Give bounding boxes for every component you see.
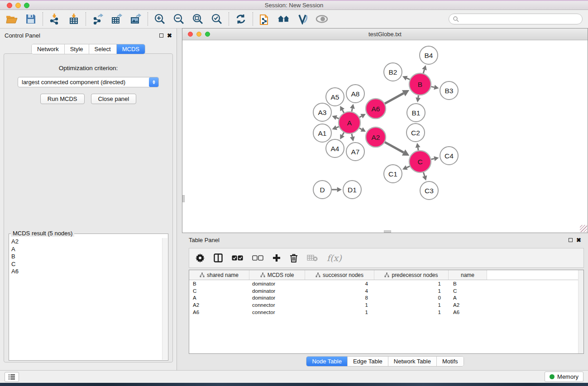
graph-edge-A-A8[interactable]: [352, 109, 352, 112]
graph-edge-A6-B[interactable]: [385, 93, 404, 104]
delete-icon[interactable]: [290, 253, 298, 262]
tab-network[interactable]: Network: [32, 44, 65, 54]
import-network-icon[interactable]: [48, 13, 61, 25]
task-history-button[interactable]: [5, 372, 19, 382]
graph-node-C4[interactable]: C4: [440, 147, 458, 165]
zoom-selected-icon[interactable]: [210, 13, 223, 25]
table-cell[interactable]: 1: [374, 281, 449, 286]
deselect-checkboxes-icon[interactable]: [252, 255, 263, 261]
graph-edge-C-C4[interactable]: [431, 159, 434, 159]
export-network-icon[interactable]: [91, 13, 104, 25]
table-cell[interactable]: dominator: [249, 288, 305, 294]
float-table-panel-icon[interactable]: [569, 238, 573, 242]
graph-edge-B-B1[interactable]: [418, 95, 419, 98]
graph-node-B3[interactable]: B3: [440, 81, 458, 100]
criterion-dropdown[interactable]: largest connected component (directed): [18, 77, 159, 87]
tab-style[interactable]: Style: [65, 44, 89, 54]
graph-node-D[interactable]: D: [313, 181, 331, 199]
export-image-icon[interactable]: [129, 13, 142, 25]
add-column-icon[interactable]: [272, 254, 281, 262]
graph-edge-A-A6[interactable]: [359, 116, 362, 118]
column-header-predecessor-nodes[interactable]: predecessor nodes: [374, 270, 449, 280]
graph-edge-A2-C[interactable]: [385, 142, 404, 152]
table-cell[interactable]: A6: [189, 310, 249, 315]
close-network-button[interactable]: [188, 32, 193, 37]
graph-edge-C-C3[interactable]: [423, 172, 425, 176]
mcds-result-item[interactable]: A2: [10, 238, 162, 246]
graph-node-C2[interactable]: C2: [406, 124, 425, 142]
table-cell[interactable]: 4: [305, 288, 374, 294]
table-row[interactable]: Adominator80A: [189, 295, 583, 302]
table-cell[interactable]: connector: [249, 302, 305, 308]
graph-node-A7[interactable]: A7: [346, 143, 364, 161]
minimize-network-button[interactable]: [196, 32, 201, 37]
export-table-icon[interactable]: [110, 13, 123, 25]
gear-icon[interactable]: [196, 253, 205, 262]
table-cell[interactable]: A: [189, 295, 249, 300]
split-pane-icon[interactable]: [214, 253, 223, 262]
graph-node-C3[interactable]: C3: [420, 181, 438, 200]
zoom-window-button[interactable]: [24, 3, 29, 8]
table-cell[interactable]: A: [449, 295, 487, 300]
home-icon[interactable]: [277, 13, 290, 25]
select-all-checkboxes-icon[interactable]: [232, 255, 243, 261]
table-scrollbar[interactable]: [578, 270, 583, 353]
table-cell[interactable]: 4: [305, 281, 374, 286]
table-row[interactable]: Cdominator41C: [189, 287, 583, 295]
graph-edge-B-B2[interactable]: [406, 78, 410, 80]
graph-node-A8[interactable]: A8: [346, 85, 364, 103]
graph-node-A5[interactable]: A5: [326, 88, 344, 106]
zoom-in-icon[interactable]: [153, 13, 166, 25]
function-builder-icon[interactable]: f(x): [327, 253, 342, 263]
network-canvas[interactable]: B4B2BB3B1A5A8A6A3AA1A2C2A4A7C4CC1C3DD1: [183, 41, 587, 230]
table-row[interactable]: Bdominator41B: [189, 280, 583, 287]
graph-node-B[interactable]: B: [409, 73, 431, 95]
graph-edge-A-A2[interactable]: [359, 128, 362, 129]
table-cell[interactable]: connector: [249, 310, 305, 315]
network-window-titlebar[interactable]: testGlobe.txt: [182, 29, 588, 40]
mcds-result-list[interactable]: A2ABCA6: [10, 238, 162, 360]
graph-node-B2[interactable]: B2: [384, 63, 402, 81]
table-cell[interactable]: A6: [449, 310, 487, 315]
mcds-result-item[interactable]: A: [10, 246, 162, 253]
graph-node-A3[interactable]: A3: [313, 103, 331, 121]
table-cell[interactable]: C: [189, 288, 249, 294]
table-cell[interactable]: C: [449, 288, 487, 294]
search-input[interactable]: [459, 16, 578, 22]
table-cell[interactable]: 1: [305, 302, 374, 308]
float-panel-icon[interactable]: [159, 33, 163, 38]
column-header-successor-nodes[interactable]: successor nodes: [305, 270, 374, 280]
left-splitter-handle[interactable]: [182, 195, 185, 202]
save-session-icon[interactable]: [24, 13, 37, 25]
close-window-button[interactable]: [7, 3, 12, 8]
graph-node-C1[interactable]: C1: [384, 165, 402, 183]
graph-edge-A-A3[interactable]: [336, 118, 339, 119]
table-cell[interactable]: B: [189, 281, 249, 286]
window-resize-grip[interactable]: [580, 225, 587, 232]
mcds-list-scrollbar[interactable]: [162, 238, 167, 360]
graph-node-A6[interactable]: A6: [366, 99, 386, 119]
minimize-window-button[interactable]: [15, 3, 21, 8]
import-table-icon[interactable]: [67, 13, 80, 25]
table-cell[interactable]: B: [449, 281, 487, 286]
column-header-shared-name[interactable]: shared name: [189, 270, 249, 280]
run-mcds-button[interactable]: Run MCDS: [40, 94, 85, 104]
node-table[interactable]: shared nameMCDS rolesuccessor nodesprede…: [189, 270, 584, 354]
graph-edge-B-B4[interactable]: [423, 70, 424, 73]
tab-motifs[interactable]: Motifs: [437, 357, 464, 366]
table-cell[interactable]: A2: [449, 302, 487, 308]
graph-edge-C-C2[interactable]: [418, 148, 418, 150]
table-row[interactable]: A6connector11A6: [189, 309, 583, 316]
graph-node-B4[interactable]: B4: [420, 46, 438, 64]
table-cell[interactable]: 8: [305, 295, 374, 300]
table-cell[interactable]: 1: [374, 310, 449, 315]
eye-icon[interactable]: [316, 13, 328, 25]
graph-edge-A-A7[interactable]: [352, 133, 352, 137]
close-panel-button[interactable]: Close panel: [91, 94, 137, 104]
graph-edge-A-A5[interactable]: [342, 110, 344, 113]
mcds-result-item[interactable]: C: [10, 261, 162, 268]
graph-node-D1[interactable]: D1: [343, 181, 361, 199]
mcds-result-item[interactable]: A6: [10, 268, 162, 276]
close-table-panel-icon[interactable]: ✖: [576, 238, 581, 242]
tab-network-table[interactable]: Network Table: [388, 357, 437, 366]
